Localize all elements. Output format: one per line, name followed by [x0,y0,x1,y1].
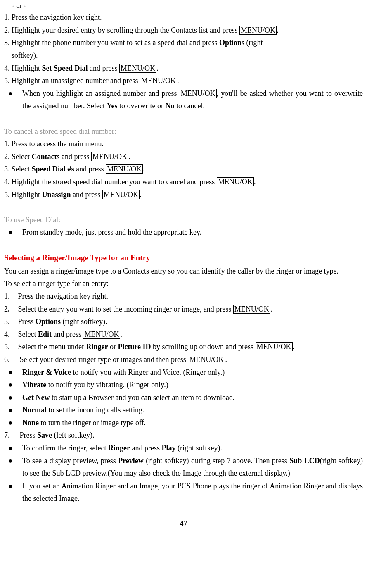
step: 4. Highlight Set Speed Dial and press ME… [4,62,363,75]
menu-ok-key: MENU/OK [106,164,143,174]
step: 5. Highlight Unassign and press MENU/OK. [4,188,363,201]
menu-ok-key: MENU/OK [256,342,293,351]
paragraph: To select a ringer type for an entry: [4,277,363,290]
bullet-item: ●Normal to set the incoming calls settin… [4,404,363,417]
step: 2. Select Contacts and press MENU/OK. [4,150,363,163]
bullet-icon: ● [4,442,17,455]
bullet-icon: ● [4,404,17,417]
bullet-item: ●None to turn the ringer or image type o… [4,417,363,429]
bullet-item: ●To see a display preview, press Preview… [4,455,363,480]
block2: 1. Press to access the main menu. 2. Sel… [4,138,363,201]
bullet-item: ●Get New to start up a Browser and you c… [4,391,363,404]
step: 7.Press Save (left softkey). [4,429,363,442]
or-separator: - or - [4,0,363,11]
step: 1.Press the navigation key right. [4,290,363,303]
bullet-icon: ● [4,417,17,429]
block3: 1.Press the navigation key right. 2.Sele… [4,290,363,505]
block1: 1. Press the navigation key right. 2. Hi… [4,11,363,112]
menu-ok-key: MENU/OK [119,64,156,73]
bullet-icon: ● [4,366,17,379]
page-number: 47 [4,517,363,530]
step: 1. Press to access the main menu. [4,138,363,150]
bullet-icon: ● [4,455,17,467]
menu-ok-key: MENU/OK [239,26,277,35]
step: 6.Select your desired ringer type or ima… [4,353,363,366]
menu-ok-key: MENU/OK [217,177,254,186]
bullet-icon: ● [4,87,17,100]
menu-ok-key: MENU/OK [188,355,225,364]
bullet-item: ●Ringer & Voice to notify you with Ringe… [4,366,363,379]
bullet-item: ●To confirm the ringer, select Ringer an… [4,442,363,455]
subheading: To use Speed Dial: [4,214,363,226]
step: 2. Highlight your desired entry by scrol… [4,24,363,37]
step: 2.Select the entry you want to set the i… [4,303,363,316]
bullet-item: ●Vibrate to notift you by vibrating. (Ri… [4,379,363,391]
menu-ok-key: MENU/OK [102,190,140,199]
bullet-icon: ● [4,391,17,404]
bullet-item: ● When you highlight an assigned number … [4,87,363,112]
step: 5.Select the menu under Ringer or Pictur… [4,340,363,353]
bullet-icon: ● [4,226,17,239]
step: 3. Highlight the phone number you want t… [4,36,363,49]
step: 4.Select Edit and press MENU/OK. [4,328,363,341]
menu-ok-key: MENU/OK [180,89,217,98]
bullet-icon: ● [4,379,17,391]
subheading: To cancel a stored speed dial number: [4,125,363,138]
menu-ok-key: MENU/OK [140,76,177,85]
step-cont: softkey). [4,49,363,62]
menu-ok-key: MENU/OK [91,152,128,161]
step: 4. Highlight the stored speed dial numbe… [4,176,363,188]
bullet-icon: ● [4,480,17,493]
section-heading: Selecting a Ringer/Image Type for an Ent… [4,251,363,264]
bullet-item: ●If you set an Animation Ringer and an I… [4,480,363,505]
step: 3. Select Speed Dial #s and press MENU/O… [4,163,363,176]
paragraph: You can assign a ringer/image type to a … [4,265,363,278]
menu-ok-key: MENU/OK [83,330,120,339]
step: 3.Press Options (right softkey). [4,315,363,328]
bullet-item: ● From standby mode, just press and hold… [4,226,363,239]
menu-ok-key: MENU/OK [233,305,270,314]
step: 1. Press the navigation key right. [4,11,363,24]
step: 5. Highlight an unassigned number and pr… [4,74,363,87]
